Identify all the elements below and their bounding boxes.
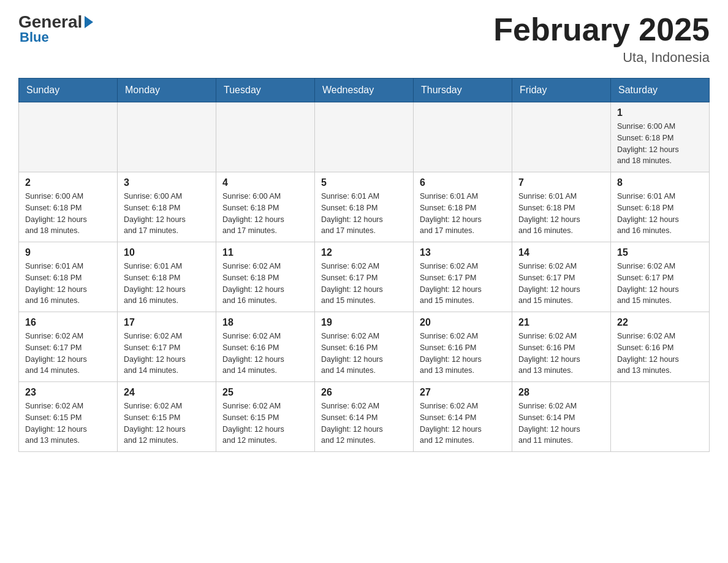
- day-number: 18: [222, 317, 308, 328]
- page-header: General Blue February 2025 Uta, Indonesi…: [18, 12, 710, 66]
- day-info: Sunrise: 6:02 AMSunset: 6:14 PMDaylight:…: [321, 400, 407, 446]
- day-number: 25: [222, 387, 308, 398]
- day-info: Sunrise: 6:02 AMSunset: 6:16 PMDaylight:…: [617, 331, 703, 377]
- day-number: 6: [420, 177, 506, 188]
- table-cell: 2Sunrise: 6:00 AMSunset: 6:18 PMDaylight…: [19, 172, 118, 242]
- day-number: 11: [222, 247, 308, 258]
- day-number: 7: [518, 177, 604, 188]
- table-cell: 27Sunrise: 6:02 AMSunset: 6:14 PMDayligh…: [414, 382, 512, 452]
- day-number: 21: [518, 317, 604, 328]
- day-number: 14: [518, 247, 604, 258]
- day-info: Sunrise: 6:01 AMSunset: 6:18 PMDaylight:…: [617, 191, 703, 237]
- table-cell: 19Sunrise: 6:02 AMSunset: 6:16 PMDayligh…: [315, 312, 414, 382]
- calendar-title: February 2025: [493, 12, 710, 47]
- table-cell: [19, 102, 118, 172]
- header-thursday: Thursday: [414, 79, 512, 102]
- logo-arrow-icon: [85, 16, 93, 28]
- day-info: Sunrise: 6:01 AMSunset: 6:18 PMDaylight:…: [321, 191, 407, 237]
- weekday-header-row: Sunday Monday Tuesday Wednesday Thursday…: [19, 79, 710, 102]
- day-number: 19: [321, 317, 407, 328]
- day-info: Sunrise: 6:02 AMSunset: 6:14 PMDaylight:…: [518, 400, 604, 446]
- header-saturday: Saturday: [611, 79, 710, 102]
- day-number: 9: [25, 247, 111, 258]
- day-number: 20: [420, 317, 506, 328]
- day-number: 5: [321, 177, 407, 188]
- table-cell: 11Sunrise: 6:02 AMSunset: 6:18 PMDayligh…: [216, 242, 315, 312]
- header-friday: Friday: [512, 79, 611, 102]
- table-cell: 26Sunrise: 6:02 AMSunset: 6:14 PMDayligh…: [315, 382, 414, 452]
- logo: General Blue: [18, 12, 96, 45]
- calendar-table: Sunday Monday Tuesday Wednesday Thursday…: [18, 78, 710, 452]
- table-cell: [118, 102, 216, 172]
- day-info: Sunrise: 6:00 AMSunset: 6:18 PMDaylight:…: [25, 191, 111, 237]
- day-number: 28: [518, 387, 604, 398]
- day-info: Sunrise: 6:02 AMSunset: 6:16 PMDaylight:…: [420, 331, 506, 377]
- day-number: 10: [124, 247, 210, 258]
- day-info: Sunrise: 6:00 AMSunset: 6:18 PMDaylight:…: [222, 191, 308, 237]
- table-cell: 21Sunrise: 6:02 AMSunset: 6:16 PMDayligh…: [512, 312, 611, 382]
- table-cell: 6Sunrise: 6:01 AMSunset: 6:18 PMDaylight…: [414, 172, 512, 242]
- table-cell: 12Sunrise: 6:02 AMSunset: 6:17 PMDayligh…: [315, 242, 414, 312]
- table-cell: 17Sunrise: 6:02 AMSunset: 6:17 PMDayligh…: [118, 312, 216, 382]
- day-number: 1: [617, 107, 703, 118]
- table-cell: 1Sunrise: 6:00 AMSunset: 6:18 PMDaylight…: [611, 102, 710, 172]
- day-number: 23: [25, 387, 111, 398]
- calendar-location: Uta, Indonesia: [493, 50, 710, 66]
- table-cell: 14Sunrise: 6:02 AMSunset: 6:17 PMDayligh…: [512, 242, 611, 312]
- table-cell: 25Sunrise: 6:02 AMSunset: 6:15 PMDayligh…: [216, 382, 315, 452]
- day-number: 24: [124, 387, 210, 398]
- table-cell: [512, 102, 611, 172]
- day-info: Sunrise: 6:02 AMSunset: 6:16 PMDaylight:…: [321, 331, 407, 377]
- week-row-4: 16Sunrise: 6:02 AMSunset: 6:17 PMDayligh…: [19, 312, 710, 382]
- day-info: Sunrise: 6:02 AMSunset: 6:15 PMDaylight:…: [25, 400, 111, 446]
- day-info: Sunrise: 6:01 AMSunset: 6:18 PMDaylight:…: [25, 261, 111, 307]
- day-info: Sunrise: 6:00 AMSunset: 6:18 PMDaylight:…: [124, 191, 210, 237]
- day-number: 3: [124, 177, 210, 188]
- table-cell: [216, 102, 315, 172]
- day-info: Sunrise: 6:02 AMSunset: 6:17 PMDaylight:…: [617, 261, 703, 307]
- table-cell: 24Sunrise: 6:02 AMSunset: 6:15 PMDayligh…: [118, 382, 216, 452]
- week-row-5: 23Sunrise: 6:02 AMSunset: 6:15 PMDayligh…: [19, 382, 710, 452]
- table-cell: [414, 102, 512, 172]
- day-info: Sunrise: 6:02 AMSunset: 6:16 PMDaylight:…: [222, 331, 308, 377]
- day-info: Sunrise: 6:01 AMSunset: 6:18 PMDaylight:…: [518, 191, 604, 237]
- day-number: 16: [25, 317, 111, 328]
- day-number: 2: [25, 177, 111, 188]
- table-cell: 9Sunrise: 6:01 AMSunset: 6:18 PMDaylight…: [19, 242, 118, 312]
- table-cell: 23Sunrise: 6:02 AMSunset: 6:15 PMDayligh…: [19, 382, 118, 452]
- day-info: Sunrise: 6:02 AMSunset: 6:14 PMDaylight:…: [420, 400, 506, 446]
- day-info: Sunrise: 6:02 AMSunset: 6:17 PMDaylight:…: [124, 331, 210, 377]
- table-cell: [611, 382, 710, 452]
- header-tuesday: Tuesday: [216, 79, 315, 102]
- table-cell: 15Sunrise: 6:02 AMSunset: 6:17 PMDayligh…: [611, 242, 710, 312]
- week-row-2: 2Sunrise: 6:00 AMSunset: 6:18 PMDaylight…: [19, 172, 710, 242]
- table-cell: 28Sunrise: 6:02 AMSunset: 6:14 PMDayligh…: [512, 382, 611, 452]
- day-number: 27: [420, 387, 506, 398]
- table-cell: 4Sunrise: 6:00 AMSunset: 6:18 PMDaylight…: [216, 172, 315, 242]
- day-number: 13: [420, 247, 506, 258]
- day-info: Sunrise: 6:00 AMSunset: 6:18 PMDaylight:…: [617, 121, 703, 167]
- table-cell: [315, 102, 414, 172]
- title-section: February 2025 Uta, Indonesia: [493, 12, 710, 66]
- logo-blue-text: Blue: [20, 29, 49, 45]
- table-cell: 16Sunrise: 6:02 AMSunset: 6:17 PMDayligh…: [19, 312, 118, 382]
- day-info: Sunrise: 6:02 AMSunset: 6:18 PMDaylight:…: [222, 261, 308, 307]
- table-cell: 7Sunrise: 6:01 AMSunset: 6:18 PMDaylight…: [512, 172, 611, 242]
- table-cell: 22Sunrise: 6:02 AMSunset: 6:16 PMDayligh…: [611, 312, 710, 382]
- day-info: Sunrise: 6:02 AMSunset: 6:17 PMDaylight:…: [420, 261, 506, 307]
- table-cell: 5Sunrise: 6:01 AMSunset: 6:18 PMDaylight…: [315, 172, 414, 242]
- day-info: Sunrise: 6:02 AMSunset: 6:17 PMDaylight:…: [25, 331, 111, 377]
- day-number: 22: [617, 317, 703, 328]
- table-cell: 13Sunrise: 6:02 AMSunset: 6:17 PMDayligh…: [414, 242, 512, 312]
- day-info: Sunrise: 6:02 AMSunset: 6:17 PMDaylight:…: [321, 261, 407, 307]
- week-row-1: 1Sunrise: 6:00 AMSunset: 6:18 PMDaylight…: [19, 102, 710, 172]
- header-monday: Monday: [118, 79, 216, 102]
- day-number: 12: [321, 247, 407, 258]
- table-cell: 8Sunrise: 6:01 AMSunset: 6:18 PMDaylight…: [611, 172, 710, 242]
- day-info: Sunrise: 6:01 AMSunset: 6:18 PMDaylight:…: [420, 191, 506, 237]
- day-number: 4: [222, 177, 308, 188]
- week-row-3: 9Sunrise: 6:01 AMSunset: 6:18 PMDaylight…: [19, 242, 710, 312]
- header-wednesday: Wednesday: [315, 79, 414, 102]
- day-number: 15: [617, 247, 703, 258]
- day-number: 17: [124, 317, 210, 328]
